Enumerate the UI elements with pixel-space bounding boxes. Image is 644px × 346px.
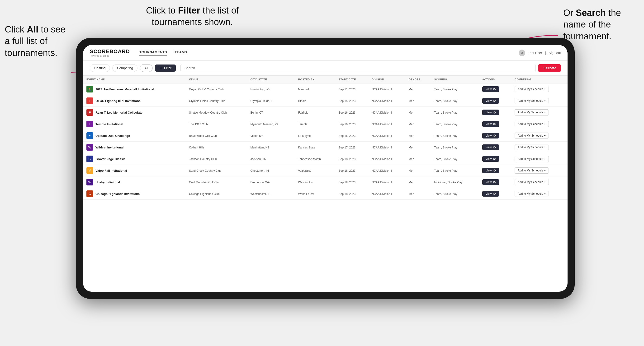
team-logo-8: W xyxy=(86,179,93,185)
cell-scoring-5: Team, Stroke Play xyxy=(431,142,479,153)
table-row: I OFCC Fighting Illini Invitational Olym… xyxy=(83,95,568,107)
event-name-9: Chicago Highlands Invitational xyxy=(96,192,140,196)
event-name-8: Husky Individual xyxy=(96,180,120,184)
view-button-0[interactable]: View xyxy=(482,86,499,92)
cell-competing-6: Add to My Schedule + xyxy=(511,153,568,165)
event-name-5: Wildcat Invitational xyxy=(96,146,124,149)
cell-competing-3: Add to My Schedule + xyxy=(511,118,568,130)
tab-competing[interactable]: Competing xyxy=(112,64,138,72)
sign-out-link[interactable]: Sign out xyxy=(549,51,561,55)
svg-point-8 xyxy=(494,182,495,183)
tournaments-table-container: EVENT NAME VENUE CITY, STATE HOSTED BY S… xyxy=(83,76,568,292)
nav-tournaments[interactable]: TOURNAMENTS xyxy=(140,50,167,55)
col-hosted-by: HOSTED BY xyxy=(295,76,335,83)
cell-gender-4: Men xyxy=(405,130,431,142)
view-button-8[interactable]: View xyxy=(482,179,499,185)
cell-date-0: Sep 11, 2023 xyxy=(335,83,368,95)
cell-actions-3: View xyxy=(479,118,511,130)
cell-hosted-1: Illinois xyxy=(295,95,335,107)
cell-event-7: V Valpo Fall Invitational xyxy=(83,165,186,176)
cell-event-1: I OFCC Fighting Illini Invitational xyxy=(83,95,186,107)
cell-actions-6: View xyxy=(479,153,511,165)
cell-event-4: ~ Upstate Dual Challenge xyxy=(83,130,186,142)
table-row: C Chicago Highlands Invitational Chicago… xyxy=(83,188,568,200)
tab-hosting[interactable]: Hosting xyxy=(90,64,110,72)
add-schedule-button-6[interactable]: Add to My Schedule + xyxy=(514,156,549,162)
cell-division-6: NCAA Division I xyxy=(368,153,405,165)
add-schedule-button-7[interactable]: Add to My Schedule + xyxy=(514,168,549,173)
cell-hosted-8: Washington xyxy=(295,176,335,188)
col-competing: COMPETING xyxy=(511,76,568,83)
view-button-6[interactable]: View xyxy=(482,156,499,162)
add-schedule-button-9[interactable]: Add to My Schedule + xyxy=(514,191,549,197)
nav-teams[interactable]: TEAMS xyxy=(174,50,187,55)
cell-city-1: Olympia Fields, IL xyxy=(247,95,295,107)
cell-competing-1: Add to My Schedule + xyxy=(511,95,568,107)
cell-division-1: NCAA Division I xyxy=(368,95,405,107)
cell-scoring-2: Team, Stroke Play xyxy=(431,107,479,118)
view-button-2[interactable]: View xyxy=(482,110,499,115)
team-logo-0: 🏌 xyxy=(86,86,93,92)
cell-date-9: Sep 18, 2023 xyxy=(335,188,368,200)
team-logo-2: F xyxy=(86,109,93,116)
cell-division-4: NCAA Division I xyxy=(368,130,405,142)
filter-button[interactable]: Filter xyxy=(155,64,176,72)
team-logo-1: I xyxy=(86,97,93,104)
add-schedule-button-3[interactable]: Add to My Schedule + xyxy=(514,121,549,127)
cell-city-6: Jackson, TN xyxy=(247,153,295,165)
add-schedule-button-4[interactable]: Add to My Schedule + xyxy=(514,133,549,139)
tab-all[interactable]: All xyxy=(140,64,153,72)
add-schedule-button-0[interactable]: Add to My Schedule + xyxy=(514,86,549,92)
cell-venue-8: Gold Mountain Golf Club xyxy=(186,176,247,188)
view-button-4[interactable]: View xyxy=(482,133,499,139)
cell-gender-9: Men xyxy=(405,188,431,200)
team-logo-6: G xyxy=(86,156,93,162)
cell-gender-6: Men xyxy=(405,153,431,165)
view-button-5[interactable]: View xyxy=(482,145,499,150)
tournaments-table: EVENT NAME VENUE CITY, STATE HOSTED BY S… xyxy=(83,76,568,200)
cell-city-8: Bremerton, WA xyxy=(247,176,295,188)
eye-icon-0 xyxy=(493,88,496,91)
annotation-left: Click All to see a full list of tourname… xyxy=(5,24,66,59)
cell-venue-7: Sand Creek Country Club xyxy=(186,165,247,176)
cell-venue-4: Ravenwood Golf Club xyxy=(186,130,247,142)
team-logo-4: ~ xyxy=(86,132,93,139)
search-input[interactable] xyxy=(180,64,536,72)
app-logo-sub: Powered by clippd xyxy=(90,54,130,57)
cell-hosted-4: Le Moyne xyxy=(295,130,335,142)
svg-point-2 xyxy=(494,112,495,113)
filter-icon xyxy=(159,66,163,70)
toolbar: Hosting Competing All Filter + Create xyxy=(83,61,568,76)
cell-event-2: F Ryan T. Lee Memorial Collegiate xyxy=(83,107,186,118)
cell-date-2: Sep 16, 2023 xyxy=(335,107,368,118)
view-button-1[interactable]: View xyxy=(482,98,499,104)
cell-actions-2: View xyxy=(479,107,511,118)
cell-event-5: W Wildcat Invitational xyxy=(83,142,186,153)
cell-hosted-2: Fairfield xyxy=(295,107,335,118)
cell-date-1: Sep 15, 2023 xyxy=(335,95,368,107)
event-name-2: Ryan T. Lee Memorial Collegiate xyxy=(96,111,142,114)
add-schedule-button-8[interactable]: Add to My Schedule + xyxy=(514,179,549,185)
cell-competing-8: Add to My Schedule + xyxy=(511,176,568,188)
col-actions: ACTIONS xyxy=(479,76,511,83)
svg-point-5 xyxy=(494,147,495,148)
add-schedule-button-2[interactable]: Add to My Schedule + xyxy=(514,109,549,116)
add-schedule-button-5[interactable]: Add to My Schedule + xyxy=(514,144,549,150)
create-button[interactable]: + Create xyxy=(538,64,561,72)
col-scoring: SCORING xyxy=(431,76,479,83)
cell-venue-0: Guyan Golf & Country Club xyxy=(186,83,247,95)
add-schedule-button-1[interactable]: Add to My Schedule + xyxy=(514,98,549,104)
cell-division-0: NCAA Division I xyxy=(368,83,405,95)
view-button-3[interactable]: View xyxy=(482,121,499,127)
view-button-7[interactable]: View xyxy=(482,168,499,173)
team-logo-7: V xyxy=(86,167,93,174)
svg-point-9 xyxy=(494,193,495,194)
cell-hosted-5: Kansas State xyxy=(295,142,335,153)
view-button-9[interactable]: View xyxy=(482,191,499,197)
header-divider: | xyxy=(545,51,546,55)
cell-city-0: Huntington, WV xyxy=(247,83,295,95)
cell-scoring-7: Team, Stroke Play xyxy=(431,165,479,176)
cell-gender-3: Men xyxy=(405,118,431,130)
col-start-date: START DATE xyxy=(335,76,368,83)
event-name-0: 2023 Joe Feaganes Marshall Invitational xyxy=(96,88,154,91)
